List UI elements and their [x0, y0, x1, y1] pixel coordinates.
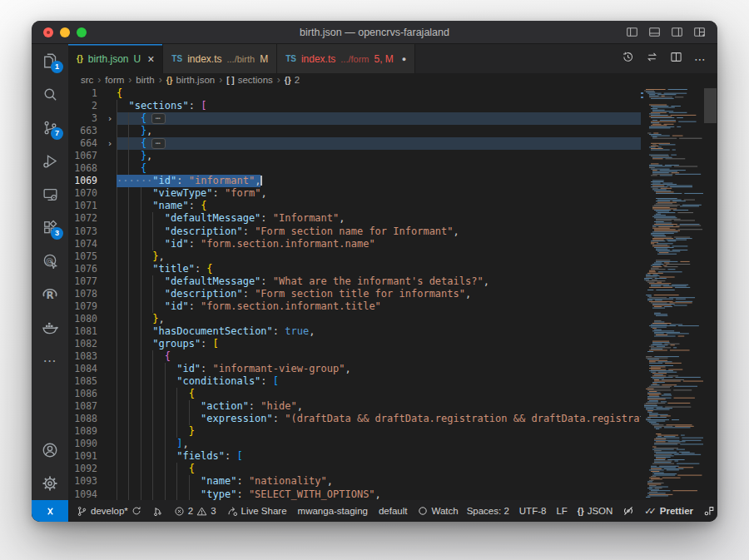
- close-window-button[interactable]: [43, 27, 53, 37]
- code-line[interactable]: 2"sections": [: [68, 100, 641, 112]
- code-line[interactable]: 1085"conditionals": [: [68, 375, 641, 388]
- code-line[interactable]: 1072"defaultMessage": "Informant",: [68, 212, 641, 225]
- code-line[interactable]: 1071"name": {: [68, 200, 641, 212]
- line-content[interactable]: },: [117, 313, 641, 325]
- code-line[interactable]: 1080},: [68, 313, 641, 325]
- minimap-canvas[interactable]: [641, 87, 703, 500]
- code-line[interactable]: 1090],: [68, 438, 641, 450]
- run-debug-icon[interactable]: [32, 144, 68, 177]
- code-line[interactable]: 1068{: [68, 162, 641, 175]
- code-line[interactable]: 663},: [68, 125, 641, 137]
- line-content[interactable]: {: [117, 350, 641, 363]
- encoding-item[interactable]: UTF-8: [519, 506, 547, 516]
- eol-item[interactable]: LF: [556, 506, 567, 516]
- code-line[interactable]: 1091"fields": [: [68, 450, 641, 463]
- code-line[interactable]: 1{: [68, 87, 641, 100]
- line-content[interactable]: {: [117, 87, 641, 100]
- line-content[interactable]: {⋯: [117, 137, 641, 150]
- minimize-window-button[interactable]: [60, 27, 70, 37]
- tab-index-ts-form[interactable]: TS index.ts .../form 5, M ●: [277, 44, 415, 73]
- toggle-sidebar-right-icon[interactable]: [671, 26, 683, 38]
- line-content[interactable]: "id": "form.section.informant.name": [117, 238, 641, 250]
- remote-explorer-icon[interactable]: [32, 177, 68, 211]
- code-line[interactable]: 1075},: [68, 250, 641, 263]
- code-line[interactable]: 1082"groups": [: [68, 338, 641, 350]
- fold-chevron-icon[interactable]: ›: [103, 137, 117, 150]
- source-control-icon[interactable]: 7: [32, 111, 68, 144]
- line-content[interactable]: "sections": [: [117, 100, 641, 112]
- settings-gear-icon[interactable]: [32, 467, 68, 500]
- prettier-item[interactable]: ✓✓ Prettier: [644, 506, 693, 517]
- switch-changes-icon[interactable]: [646, 51, 658, 67]
- code-line[interactable]: 1084"id": "informant-view-group",: [68, 363, 641, 375]
- git-graph-item[interactable]: [152, 506, 163, 517]
- line-content[interactable]: ······"id": "informant",: [117, 175, 641, 187]
- line-content[interactable]: },: [117, 150, 641, 162]
- code-line[interactable]: 1079"id": "form.section.informant.title": [68, 300, 641, 313]
- line-content[interactable]: "defaultMessage": "What are the informan…: [117, 275, 641, 288]
- line-content[interactable]: {: [117, 388, 641, 400]
- breadcrumb-item[interactable]: 2: [295, 75, 300, 85]
- line-content[interactable]: {⋯: [117, 112, 641, 125]
- watch-item[interactable]: Watch: [418, 506, 458, 516]
- code-line[interactable]: 1093"name": "nationality",: [68, 475, 641, 488]
- breadcrumb-item[interactable]: src: [81, 75, 93, 85]
- line-content[interactable]: "defaultMessage": "Informant",: [117, 212, 641, 225]
- breadcrumb-item[interactable]: form: [105, 75, 124, 85]
- folded-region-badge[interactable]: ⋯: [151, 113, 165, 124]
- line-content[interactable]: "hasDocumentSection": true,: [117, 325, 641, 338]
- tab-index-ts-birth[interactable]: TS index.ts .../birth M: [163, 44, 277, 73]
- line-content[interactable]: "viewType": "form",: [117, 187, 641, 200]
- code-line[interactable]: 1074"id": "form.section.informant.name": [68, 238, 641, 250]
- zoom-window-button[interactable]: [77, 27, 87, 37]
- timeline-icon[interactable]: [622, 51, 634, 67]
- dirty-dot-icon[interactable]: ●: [402, 55, 406, 63]
- line-content[interactable]: "groups": [: [117, 338, 641, 350]
- close-tab-icon[interactable]: ×: [147, 52, 154, 66]
- more-activity-icon[interactable]: ⋯: [32, 344, 68, 377]
- minimap[interactable]: [641, 87, 703, 500]
- line-content[interactable]: {: [117, 463, 641, 475]
- code-line[interactable]: 1067},: [68, 150, 641, 162]
- line-content[interactable]: "name": {: [117, 200, 641, 212]
- code-line[interactable]: 1088"expression": "(draftData && draftDa…: [68, 413, 641, 425]
- line-content[interactable]: "id": "form.section.informant.title": [117, 300, 641, 313]
- profile-item[interactable]: default: [379, 506, 408, 516]
- code-line[interactable]: 1092{: [68, 463, 641, 475]
- customize-layout-icon[interactable]: [693, 26, 706, 38]
- line-content[interactable]: "action": "hide",: [117, 400, 641, 413]
- code-line[interactable]: 1086{: [68, 388, 641, 400]
- at-pointer-icon[interactable]: @: [32, 244, 68, 277]
- line-content[interactable]: }: [117, 425, 641, 438]
- problems-item[interactable]: 2 3: [174, 506, 216, 517]
- accounts-icon[interactable]: [32, 434, 68, 467]
- split-editor-icon[interactable]: [670, 51, 682, 67]
- toggle-sidebar-left-icon[interactable]: [626, 26, 638, 38]
- code-line[interactable]: 664›{⋯: [68, 137, 641, 150]
- more-actions-icon[interactable]: ⋯: [694, 52, 706, 66]
- code-line[interactable]: 1089}: [68, 425, 641, 438]
- line-content[interactable]: },: [117, 125, 641, 137]
- indentation-item[interactable]: Spaces: 2: [467, 506, 509, 516]
- breadcrumb-item[interactable]: sections: [238, 75, 273, 85]
- docker-icon[interactable]: [32, 310, 68, 344]
- explorer-icon[interactable]: 1: [32, 44, 68, 77]
- code-line[interactable]: 1083{: [68, 350, 641, 363]
- breadcrumb-item[interactable]: birth: [136, 75, 154, 85]
- r-language-icon[interactable]: R: [32, 277, 68, 310]
- code-line[interactable]: 1081"hasDocumentSection": true,: [68, 325, 641, 338]
- sync-icon[interactable]: [131, 506, 141, 516]
- code-line[interactable]: 1073"description": "Form section name fo…: [68, 225, 641, 238]
- git-branch-item[interactable]: develop*: [77, 506, 141, 517]
- code-line[interactable]: 1076"title": {: [68, 263, 641, 275]
- line-content[interactable]: "conditionals": [: [117, 375, 641, 388]
- editor-scrollbar[interactable]: [703, 87, 717, 500]
- code-line[interactable]: 1087"action": "hide",: [68, 400, 641, 413]
- pennant-item[interactable]: [703, 505, 715, 517]
- search-icon[interactable]: [32, 77, 68, 111]
- breadcrumb-item[interactable]: birth.json: [176, 75, 216, 85]
- code-lines[interactable]: 1{2"sections": [3›{⋯663},664›{⋯1067},106…: [68, 87, 641, 500]
- line-content[interactable]: "expression": "(draftData && draftData.r…: [117, 413, 641, 425]
- live-share-item[interactable]: Live Share: [227, 506, 287, 517]
- code-line[interactable]: 1069······"id": "informant",: [68, 175, 641, 187]
